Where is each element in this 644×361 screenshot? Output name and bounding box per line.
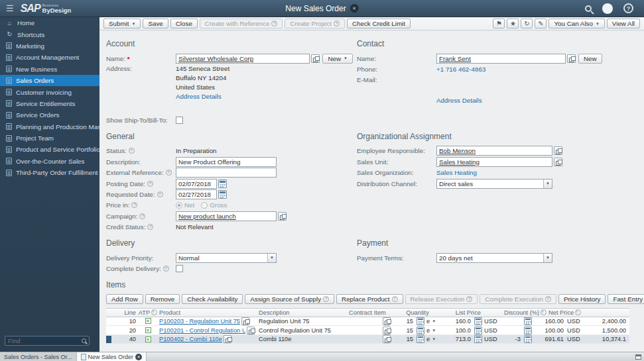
- history-icon-button[interactable]: ↻: [521, 19, 533, 28]
- check-availability-button[interactable]: Check Availability: [182, 294, 243, 304]
- account-value-help-icon[interactable]: [311, 54, 320, 63]
- distribution-select[interactable]: Direct sales ▼: [436, 179, 552, 189]
- table-row[interactable]: 10 ✕ P100203 - Regulation Unit 75 Regula…: [106, 317, 629, 327]
- you-can-also-button[interactable]: You Can Also ▼: [548, 19, 604, 28]
- find-search-icon[interactable]: [82, 338, 86, 343]
- contact-phone-link[interactable]: +1 716 462-4863: [436, 66, 485, 73]
- list-price-cell[interactable]: 713.0: [442, 336, 473, 342]
- info-icon[interactable]: ?: [147, 224, 153, 230]
- table-row[interactable]: 40 ✕ P100402 - Combi 110e Combi 110e 15 …: [106, 335, 629, 344]
- sales-org-link[interactable]: Sales Heating: [436, 169, 477, 176]
- atp-indicator[interactable]: ✕: [145, 336, 151, 342]
- taskbar-corner-icon[interactable]: [635, 354, 641, 360]
- sidebar-item-service-entitlements[interactable]: Service Entitlements: [0, 98, 99, 109]
- account-address-details-link[interactable]: Address Details: [176, 93, 229, 100]
- ship-to-checkbox[interactable]: [176, 117, 183, 124]
- sidebar-item-marketing[interactable]: Marketing: [0, 40, 99, 52]
- complete-delivery-checkbox[interactable]: [176, 265, 183, 272]
- help-icon[interactable]: ?: [623, 3, 633, 13]
- quantity-detail-icon[interactable]: [417, 327, 424, 335]
- close-button[interactable]: Close: [170, 19, 198, 28]
- sales-unit-field[interactable]: Sales Heating: [436, 157, 552, 167]
- taskbar-tab-new-sales-order[interactable]: New Sales Order ✕: [77, 352, 147, 361]
- info-icon[interactable]: ?: [163, 266, 169, 272]
- requested-date-calendar-icon[interactable]: [218, 190, 227, 199]
- price-detail-icon[interactable]: [474, 335, 482, 343]
- info-icon[interactable]: ?: [129, 148, 135, 154]
- open-product-icon[interactable]: [224, 335, 231, 343]
- delivery-priority-select[interactable]: Normal ▼: [176, 253, 277, 263]
- discount-detail-icon[interactable]: [524, 335, 532, 343]
- assign-source-button[interactable]: Assign Source of Supply ?: [245, 294, 334, 304]
- submit-button[interactable]: Submit ▼: [103, 19, 141, 28]
- sidebar-item-project-team[interactable]: Project Team: [0, 132, 99, 144]
- info-icon[interactable]: ?: [575, 309, 581, 315]
- open-product-icon[interactable]: [247, 327, 255, 335]
- info-icon[interactable]: ?: [157, 191, 163, 197]
- campaign-value-help-icon[interactable]: [278, 212, 287, 221]
- price-detail-icon[interactable]: [474, 317, 482, 325]
- contract-item-icon[interactable]: [383, 327, 391, 335]
- contract-item-icon[interactable]: [383, 317, 391, 325]
- sidebar-item-sales-orders[interactable]: Sales Orders: [0, 75, 99, 86]
- unit-select[interactable]: e▼: [425, 336, 442, 342]
- description-input[interactable]: [176, 157, 277, 167]
- employee-field[interactable]: Bob Menson: [436, 146, 552, 156]
- check-credit-limit-button[interactable]: Check Credit Limit: [347, 19, 411, 28]
- contact-new-button[interactable]: New: [578, 54, 602, 64]
- info-icon[interactable]: ?: [147, 181, 153, 187]
- campaign-field[interactable]: New product launch: [176, 211, 277, 221]
- quantity-cell[interactable]: 15: [393, 336, 415, 342]
- note-icon-button[interactable]: ✎: [535, 19, 547, 28]
- open-product-icon[interactable]: [241, 317, 249, 325]
- quantity-cell[interactable]: 15: [393, 318, 415, 325]
- quantity-detail-icon[interactable]: [417, 335, 424, 343]
- sidebar-item-planning-production[interactable]: Planning and Production Master D...: [0, 121, 99, 132]
- sidebar-item-product-portfolio[interactable]: Product and Service Portfolio: [0, 144, 99, 155]
- contact-name-field[interactable]: Frank Sent: [436, 54, 566, 64]
- star-icon-button[interactable]: ★: [507, 19, 519, 28]
- user-avatar[interactable]: [602, 3, 613, 14]
- save-button[interactable]: Save: [143, 19, 168, 28]
- employee-value-help-icon[interactable]: [554, 146, 562, 155]
- sales-unit-value-help-icon[interactable]: [554, 158, 562, 166]
- view-all-button[interactable]: View All: [607, 19, 640, 28]
- quantity-detail-icon[interactable]: [417, 317, 424, 325]
- contact-value-help-icon[interactable]: [567, 54, 576, 63]
- account-new-button[interactable]: New ▼: [322, 54, 353, 64]
- sidebar-item-customer-invoicing[interactable]: Customer Invoicing: [0, 86, 99, 97]
- account-name-field[interactable]: Silverstar Wholesale Corp: [176, 54, 310, 64]
- remove-button[interactable]: Remove: [145, 294, 180, 304]
- replace-product-button[interactable]: Replace Product ?: [336, 294, 403, 304]
- taskbar-tab-sales-orders[interactable]: Sales Orders - Sales Or...: [0, 352, 77, 361]
- price-detail-icon[interactable]: [474, 327, 482, 335]
- row-selector[interactable]: [106, 336, 113, 343]
- atp-indicator[interactable]: ✕: [145, 327, 151, 333]
- payment-terms-select[interactable]: 20 days net ▼: [436, 253, 552, 263]
- contract-item-icon[interactable]: [383, 335, 391, 343]
- sidebar-item-shortcuts[interactable]: ↻ Shortcuts: [0, 28, 99, 40]
- sidebar-item-otc-sales[interactable]: Over-the-Counter Sales: [0, 156, 99, 167]
- add-row-button[interactable]: Add Row: [106, 294, 143, 304]
- product-link[interactable]: P100203 - Regulation Unit 75: [159, 318, 240, 325]
- external-reference-input[interactable]: [176, 168, 277, 178]
- posting-date-calendar-icon[interactable]: [218, 180, 227, 188]
- info-icon[interactable]: ?: [131, 202, 137, 208]
- list-price-cell[interactable]: 160.0: [442, 318, 473, 325]
- flag-icon-button[interactable]: ⚑: [493, 19, 505, 28]
- fast-entry-button[interactable]: Fast Entry ?: [608, 294, 644, 304]
- requested-date-field[interactable]: 02/27/2018: [176, 189, 217, 199]
- discount-detail-icon[interactable]: [524, 317, 532, 325]
- discount-detail-icon[interactable]: [524, 327, 532, 335]
- sidebar-item-service-orders[interactable]: Service Orders: [0, 109, 99, 121]
- contact-address-details-link[interactable]: Address Details: [436, 97, 482, 104]
- menu-icon[interactable]: ☰: [6, 3, 14, 13]
- sidebar-item-account-management[interactable]: Account Management: [0, 52, 99, 63]
- sidebar-item-home[interactable]: ⌂ Home: [0, 17, 99, 28]
- info-icon[interactable]: ?: [139, 213, 145, 219]
- product-link[interactable]: P100402 - Combi 110e: [159, 336, 222, 342]
- info-icon[interactable]: ?: [151, 309, 157, 315]
- tab-close-icon[interactable]: ✕: [135, 354, 142, 360]
- discount-cell[interactable]: -3: [503, 336, 523, 342]
- product-link[interactable]: P100201 - Control Regulation Unit: [159, 327, 245, 334]
